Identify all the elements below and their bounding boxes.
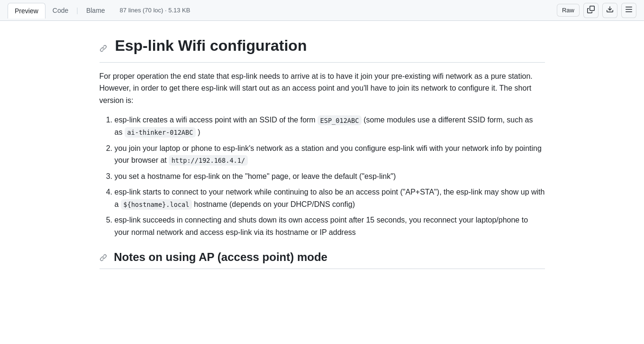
step1-text3: ) [196, 128, 200, 136]
list-item: you set a hostname for esp-link on the "… [115, 170, 545, 183]
page-title: Esp-link Wifi configuration [100, 36, 545, 63]
toolbar: Preview Code | Blame 87 lines (70 loc) ·… [0, 0, 644, 21]
toolbar-right: Raw [557, 3, 636, 18]
step1-as: as [115, 128, 125, 136]
step3-text: you set a hostname for esp-link on the "… [115, 172, 396, 180]
copy-button[interactable] [583, 3, 599, 18]
list-item: esp-link creates a wifi access point wit… [115, 114, 545, 138]
copy-icon [587, 6, 595, 15]
page-title-text: Esp-link Wifi configuration [115, 37, 307, 54]
tab-preview[interactable]: Preview [8, 3, 45, 19]
list-item: you join your laptop or phone to esp-lin… [115, 142, 545, 167]
tab-code-label: Code [53, 7, 68, 14]
heading-anchor[interactable] [100, 37, 107, 56]
tab-separator: | [76, 7, 78, 14]
step1-text2: (some modules use a different SSID form,… [362, 116, 533, 124]
tab-code[interactable]: Code [45, 2, 75, 18]
download-button[interactable] [602, 3, 617, 18]
step1-text1: esp-link creates a wifi access point wit… [115, 116, 318, 124]
toolbar-left: Preview Code | Blame 87 lines (70 loc) ·… [8, 2, 190, 18]
step1-code1: ESP_012ABC [317, 115, 362, 125]
section2-title: Notes on using AP (access point) mode [100, 250, 545, 270]
step4-text2: hostname (depends on your DHCP/DNS confi… [192, 200, 355, 208]
step4-code1: ${hostname}.local [121, 199, 192, 209]
list-item: esp-link succeeds in connecting and shut… [115, 214, 545, 238]
raw-label: Raw [562, 7, 574, 14]
step2-code1: http://192.168.4.1/ [169, 155, 247, 165]
list-item: esp-link starts to connect to your netwo… [115, 186, 545, 210]
steps-list: esp-link creates a wifi access point wit… [100, 114, 545, 238]
lines-icon [625, 6, 633, 15]
main-content: Esp-link Wifi configuration For proper o… [81, 21, 564, 305]
download-icon [606, 6, 614, 15]
lines-button[interactable] [621, 3, 636, 18]
section2-anchor[interactable] [100, 251, 107, 265]
intro-paragraph: For proper operation the end state that … [100, 70, 545, 107]
step5-text: esp-link succeeds in connecting and shut… [115, 216, 528, 236]
section2-title-text: Notes on using AP (access point) mode [114, 251, 327, 263]
step1-code2: ai-thinker-012ABC [125, 127, 196, 137]
file-info: 87 lines (70 loc) · 5.13 KB [120, 7, 190, 14]
tab-blame-label: Blame [86, 7, 105, 14]
tab-preview-label: Preview [15, 7, 38, 15]
raw-button[interactable]: Raw [557, 4, 580, 17]
tab-blame[interactable]: Blame [79, 2, 112, 18]
